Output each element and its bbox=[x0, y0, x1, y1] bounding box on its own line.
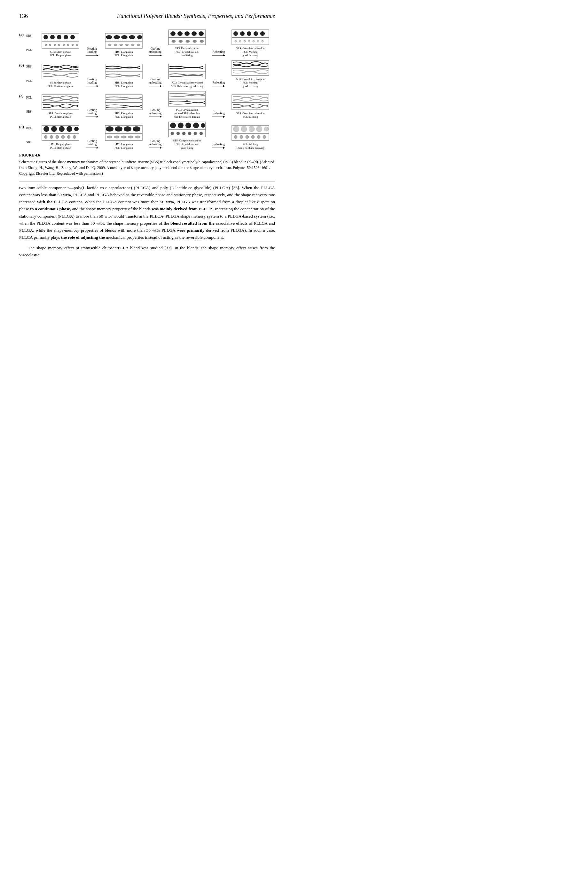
figure-row-b: (b) SBS PCL bbox=[19, 60, 275, 88]
diag-c2: SBS: ElongationPCL: Elongation bbox=[99, 94, 148, 119]
svg-point-55 bbox=[244, 40, 246, 42]
svg-point-114 bbox=[135, 136, 140, 138]
svg-point-142 bbox=[251, 135, 255, 138]
svg-point-54 bbox=[239, 40, 241, 42]
svg-point-24 bbox=[108, 44, 111, 46]
svg-marker-67 bbox=[160, 85, 162, 87]
book-title: Functional Polymer Blends: Synthesis, Pr… bbox=[117, 13, 275, 20]
diagram-svg-a2 bbox=[105, 33, 143, 49]
diag-b2: SBS: ElongationPCL: Elongation bbox=[99, 63, 148, 88]
svg-point-137 bbox=[264, 127, 268, 131]
arrow-d2: Cooling unloading bbox=[148, 134, 162, 150]
diag-a3: SBS: Partly relaxationPCL: Crystallizati… bbox=[162, 29, 212, 57]
pcl-label-b: PCL bbox=[26, 79, 35, 83]
figure-4-6: (a) SBS PCL bbox=[19, 29, 275, 150]
arrow-a1: Heating loading bbox=[85, 41, 99, 57]
svg-point-40 bbox=[179, 40, 183, 42]
svg-point-105 bbox=[106, 126, 114, 131]
svg-point-113 bbox=[128, 136, 134, 138]
diagram-svg-b1 bbox=[41, 63, 80, 80]
svg-point-111 bbox=[114, 136, 119, 138]
cap-b2: SBS: ElongationPCL: Elongation bbox=[114, 81, 133, 88]
svg-point-5 bbox=[70, 35, 75, 39]
diagram-svg-d4 bbox=[231, 125, 270, 141]
svg-point-4 bbox=[64, 35, 68, 39]
svg-point-20 bbox=[121, 35, 128, 39]
diagram-svg-c4 bbox=[231, 94, 270, 111]
body-paragraph-2: The shape memory effect of immiscible ch… bbox=[19, 244, 275, 259]
diagram-svg-c3 bbox=[168, 90, 206, 107]
svg-point-129 bbox=[200, 132, 203, 135]
page-number: 136 bbox=[19, 13, 28, 20]
svg-point-47 bbox=[233, 32, 238, 36]
diag-a1: SBS: Matrix phasePCL: Droplet phase bbox=[36, 33, 85, 57]
svg-point-35 bbox=[184, 32, 190, 36]
diag-d4: PCL: MeltingThere's no shape recovery bbox=[226, 125, 275, 149]
cap-a2: SBS: ElongationPCL: Elongation bbox=[114, 50, 133, 57]
arrow-svg-a1 bbox=[86, 53, 99, 57]
svg-point-59 bbox=[261, 40, 264, 42]
diag-c1: SBS: Continous phasePCL: Matrix phase bbox=[36, 94, 85, 119]
svg-point-108 bbox=[133, 126, 140, 131]
arrow-d3: Reheating bbox=[212, 137, 226, 150]
svg-marker-116 bbox=[160, 147, 162, 149]
figure-row-a: (a) SBS PCL bbox=[19, 29, 275, 57]
body-paragraph-1: two immiscible components—poly(L-lactide… bbox=[19, 184, 275, 241]
svg-point-43 bbox=[200, 40, 204, 42]
arrow-b2: Cooling unloading bbox=[148, 72, 162, 88]
svg-point-36 bbox=[192, 32, 196, 36]
svg-point-143 bbox=[257, 135, 260, 138]
svg-point-98 bbox=[56, 135, 59, 138]
svg-point-144 bbox=[263, 135, 266, 138]
diagram-svg-a3 bbox=[168, 29, 206, 46]
cap-c1: SBS: Continous phasePCL: Matrix phase bbox=[48, 112, 73, 119]
svg-point-49 bbox=[247, 32, 251, 36]
figure-row-d: (d) PCL SBS bbox=[19, 121, 275, 149]
diag-d1: SBS: Droplet phasePCL: Matrix phase bbox=[36, 125, 85, 149]
svg-point-29 bbox=[137, 44, 140, 46]
svg-point-10 bbox=[58, 44, 60, 46]
svg-point-58 bbox=[257, 40, 259, 42]
svg-point-25 bbox=[114, 44, 117, 46]
cap-a4: SBS: Complete relaxationPCL: Melting,goo… bbox=[236, 47, 265, 57]
svg-point-100 bbox=[67, 135, 70, 138]
cap-c3: PCL: Crystalizationresisted SBS relaxati… bbox=[174, 108, 200, 119]
figure-row-c: (c) PCL SBS bbox=[19, 90, 275, 119]
cap-a1: SBS: Matrix phasePCL: Droplet phase bbox=[50, 50, 71, 57]
svg-point-41 bbox=[186, 40, 190, 42]
arrow-d1: Heating loading bbox=[85, 134, 99, 150]
svg-marker-81 bbox=[160, 116, 162, 118]
pcl-label-a: PCL bbox=[26, 48, 35, 52]
row-body-b: SBS PCL bbox=[26, 60, 275, 88]
row-label-b: (b) bbox=[19, 60, 26, 68]
svg-point-112 bbox=[121, 136, 126, 138]
svg-point-94 bbox=[74, 127, 79, 131]
svg-point-34 bbox=[177, 32, 183, 36]
arrow-a3: Reheating bbox=[212, 45, 226, 57]
svg-point-19 bbox=[114, 35, 120, 39]
row-label-c: (c) bbox=[19, 90, 26, 99]
svg-marker-63 bbox=[96, 85, 99, 87]
arrow-svg-a2 bbox=[149, 53, 162, 57]
cap-a3: SBS: Partly relaxationPCL: Crystallizati… bbox=[175, 47, 199, 57]
svg-point-92 bbox=[59, 126, 64, 132]
svg-point-51 bbox=[260, 32, 265, 36]
svg-point-141 bbox=[246, 135, 249, 138]
diagram-svg-d3 bbox=[168, 121, 206, 138]
svg-point-136 bbox=[256, 126, 262, 132]
svg-marker-77 bbox=[96, 116, 99, 118]
svg-point-56 bbox=[248, 40, 250, 42]
diagram-svg-a4 bbox=[231, 29, 270, 46]
svg-point-57 bbox=[253, 40, 255, 42]
diag-d3: SBS: Complete relaxationPCL: Crystalliza… bbox=[162, 121, 212, 149]
diagram-svg-b4 bbox=[231, 60, 270, 77]
diag-b1: SBS: Matrix phasePCL: Continuous phase bbox=[36, 63, 85, 88]
svg-point-12 bbox=[67, 44, 69, 46]
diag-a2: SBS: ElongationPCL: Elongation bbox=[99, 33, 148, 57]
svg-point-8 bbox=[49, 44, 51, 46]
svg-point-7 bbox=[45, 44, 46, 46]
cap-d2: SBS: ElongationPCL: Elongation bbox=[114, 142, 133, 149]
diag-b4: SBS: Complete relaxationPCL: Melting,goo… bbox=[226, 60, 275, 88]
figure-label: FIGURE 4.6 bbox=[19, 153, 275, 158]
svg-point-101 bbox=[73, 135, 76, 138]
